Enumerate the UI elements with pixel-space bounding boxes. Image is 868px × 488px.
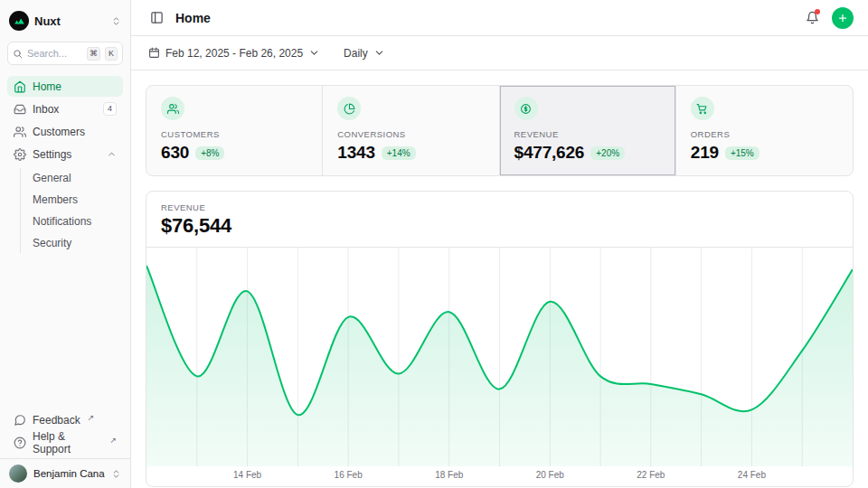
chevron-down-icon (373, 47, 385, 59)
date-range-picker[interactable]: Feb 12, 2025 - Feb 26, 2025 (143, 42, 326, 64)
x-axis-labels: 14 Feb16 Feb18 Feb20 Feb22 Feb24 Feb (146, 466, 853, 486)
main-panel: Home Feb 12, 2025 - Feb 26, 2025 Daily (131, 0, 868, 488)
team-selector[interactable]: Nuxt (7, 9, 123, 33)
feedback-link[interactable]: Feedback ↗ (7, 409, 123, 430)
notifications-button[interactable] (801, 7, 823, 29)
page-title: Home (175, 11, 211, 25)
chart-body[interactable]: 14 Feb16 Feb18 Feb20 Feb22 Feb24 Feb (146, 248, 853, 486)
kbd-meta: ⌘ (87, 47, 100, 61)
sidebar-item-customers[interactable]: Customers (7, 121, 123, 142)
stat-label: ORDERS (691, 129, 838, 139)
stat-value: 219 (691, 143, 719, 163)
sidebar-item-general[interactable]: General (25, 168, 123, 188)
sidebar-item-label: Home (33, 80, 61, 93)
x-axis-tick-label: 24 Feb (738, 470, 766, 480)
stat-delta-badge: +15% (725, 146, 760, 160)
settings-sub-nav: General Members Notifications Security (20, 168, 123, 253)
chart-header: REVENUE $76,544 (146, 192, 853, 248)
external-link-icon: ↗ (88, 413, 95, 422)
sidebar-item-label: Inbox (33, 103, 59, 116)
pie-chart-icon (337, 97, 361, 120)
sidebar-item-label: Customers (33, 126, 85, 138)
gear-icon (14, 148, 26, 161)
stat-card-revenue[interactable]: REVENUE $477,626 +20% (500, 86, 676, 175)
stat-delta-badge: +8% (195, 146, 224, 160)
sidebar-item-home[interactable]: Home (7, 76, 123, 97)
users-icon (14, 126, 26, 138)
sidebar-item-label: Settings (33, 148, 71, 161)
stat-delta-badge: +14% (382, 146, 416, 160)
stat-label: CONVERSIONS (337, 129, 484, 139)
footer-link-label: Feedback (33, 414, 80, 427)
x-axis-tick-label: 16 Feb (335, 470, 363, 480)
team-name: Nuxt (34, 14, 106, 28)
stat-card-conversions[interactable]: CONVERSIONS 1343 +14% (323, 86, 499, 175)
dollar-circle-icon (514, 97, 538, 120)
shopping-cart-icon (691, 97, 714, 120)
external-link-icon: ↗ (109, 436, 117, 445)
x-axis-tick-label: 20 Feb (536, 470, 564, 480)
sidebar: Nuxt Search... ⌘ K Home Inbox 4 Customer… (0, 0, 131, 488)
granularity-label: Daily (344, 47, 368, 60)
message-bubble-icon (14, 414, 26, 427)
chevron-up-icon (107, 149, 117, 159)
filter-bar: Feb 12, 2025 - Feb 26, 2025 Daily (131, 36, 868, 70)
footer-link-label: Help & Support (33, 430, 102, 455)
stat-label: REVENUE (514, 129, 661, 139)
app-root: Nuxt Search... ⌘ K Home Inbox 4 Customer… (0, 0, 868, 488)
date-range-label: Feb 12, 2025 - Feb 26, 2025 (165, 47, 303, 60)
inbox-icon (14, 103, 26, 116)
chart-title: REVENUE (161, 202, 838, 212)
sub-item-label: General (33, 172, 71, 184)
sub-item-label: Security (33, 237, 71, 249)
granularity-select[interactable]: Daily (338, 42, 391, 64)
search-input[interactable]: Search... ⌘ K (7, 42, 123, 65)
inbox-count-badge: 4 (103, 102, 117, 116)
revenue-chart-card: REVENUE $76,544 14 Feb16 Feb18 Feb20 Feb… (146, 191, 854, 487)
x-axis-tick-label: 14 Feb (233, 470, 261, 480)
search-icon (13, 49, 23, 59)
sidebar-item-inbox[interactable]: Inbox 4 (7, 99, 123, 119)
user-avatar (9, 465, 27, 483)
stat-label: CUSTOMERS (161, 129, 307, 139)
sidebar-item-security[interactable]: Security (25, 233, 123, 253)
stat-value: $477,626 (514, 143, 585, 163)
chevron-down-icon (308, 47, 320, 59)
add-button[interactable] (832, 7, 854, 29)
panel-left-icon (150, 11, 164, 24)
chevrons-up-down-icon (111, 469, 121, 479)
stat-value: 1343 (337, 143, 375, 163)
sub-item-label: Members (33, 193, 78, 206)
x-axis-tick-label: 18 Feb (435, 470, 463, 480)
sub-item-label: Notifications (33, 215, 91, 228)
stat-card-customers[interactable]: CUSTOMERS 630 +8% (146, 86, 323, 175)
chart-total-value: $76,544 (161, 214, 838, 238)
stat-value: 630 (161, 143, 189, 163)
home-icon (14, 80, 26, 93)
user-menu[interactable]: Benjamin Canac (0, 458, 130, 488)
search-placeholder: Search... (27, 48, 82, 59)
notification-dot (815, 9, 820, 14)
header-actions (801, 7, 854, 29)
sidebar-item-notifications[interactable]: Notifications (25, 211, 123, 231)
sidebar-toggle-button[interactable] (146, 7, 167, 29)
sidebar-item-members[interactable]: Members (25, 190, 123, 210)
help-support-link[interactable]: Help & Support ↗ (7, 432, 123, 453)
users-icon (161, 97, 184, 120)
sidebar-spacer (7, 255, 123, 409)
chevrons-up-down-icon (111, 16, 121, 26)
plus-icon (837, 13, 848, 23)
calendar-icon (148, 47, 160, 59)
sidebar-item-settings[interactable]: Settings (7, 144, 123, 164)
app-header: Home (131, 0, 868, 36)
content-area: CUSTOMERS 630 +8% CONVERSIONS 1343 +14% (131, 70, 868, 488)
revenue-area-chart (146, 248, 853, 466)
nuxt-logo-icon (9, 11, 29, 31)
x-axis-tick-label: 22 Feb (637, 470, 665, 480)
help-circle-icon (14, 436, 26, 449)
stat-delta-badge: +20% (590, 146, 625, 160)
sidebar-nav: Home Inbox 4 Customers Settings General … (7, 76, 123, 255)
kbd-k: K (105, 47, 118, 61)
stat-card-orders[interactable]: ORDERS 219 +15% (676, 86, 853, 175)
sidebar-footer: Feedback ↗ Help & Support ↗ (7, 409, 123, 458)
